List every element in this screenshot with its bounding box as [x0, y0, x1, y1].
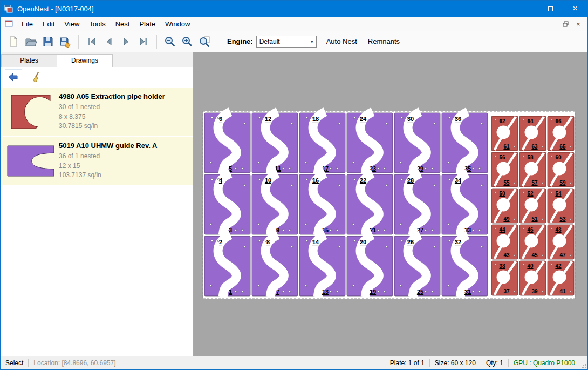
- purple-part-pair[interactable]: 2827: [394, 173, 440, 236]
- red-part-pair[interactable]: 4847: [548, 225, 574, 259]
- drawing-size: 8 x 8.375: [59, 112, 191, 122]
- purple-part-pair[interactable]: 3231: [442, 235, 488, 297]
- part-number: 36: [455, 116, 461, 122]
- purple-part-pair[interactable]: 3433: [442, 173, 488, 236]
- red-part-pair[interactable]: 5251: [519, 189, 546, 223]
- minimize-button[interactable]: [513, 1, 538, 17]
- drawing-title: 4980 A05 Extraction pipe holder: [59, 92, 191, 100]
- nest-canvas[interactable]: 6512111817242330293635431091615222128273…: [194, 52, 587, 356]
- zoom-out-button[interactable]: [161, 33, 179, 50]
- mdi-minimize-icon: [550, 26, 555, 26]
- tab-plates[interactable]: Plates: [1, 54, 57, 67]
- purple-part-pair[interactable]: 1413: [299, 235, 345, 297]
- plate-qty: Qty: 1: [481, 359, 508, 367]
- red-part-pair[interactable]: 5857: [519, 152, 546, 187]
- previous-plate-button[interactable]: [100, 33, 118, 50]
- red-part-pair[interactable]: 6261: [491, 116, 518, 151]
- part-number: 62: [499, 118, 505, 124]
- red-part-pair[interactable]: 3837: [491, 261, 518, 295]
- purple-part-pair[interactable]: 3029: [394, 112, 440, 174]
- save-icon: [42, 36, 54, 48]
- part-number: 37: [503, 288, 510, 294]
- purple-part-pair[interactable]: 43: [204, 173, 250, 236]
- menu-file[interactable]: File: [17, 18, 38, 30]
- document-icon[interactable]: [5, 20, 13, 28]
- tab-drawings[interactable]: Drawings: [57, 54, 113, 67]
- close-button[interactable]: ×: [563, 1, 587, 17]
- purple-part-pair[interactable]: 109: [252, 173, 298, 236]
- toolbar-separator: [156, 35, 157, 49]
- purple-part-pair[interactable]: 2625: [394, 235, 440, 297]
- new-button[interactable]: [5, 33, 22, 50]
- zoom-fit-button[interactable]: [196, 33, 213, 50]
- zoom-in-button[interactable]: [179, 33, 196, 50]
- purple-part-pair[interactable]: 2221: [347, 173, 393, 236]
- purple-part-pair[interactable]: 21: [204, 235, 250, 297]
- mdi-minimize-button[interactable]: [546, 18, 558, 29]
- menu-edit[interactable]: Edit: [38, 18, 59, 30]
- maximize-button[interactable]: [538, 1, 563, 17]
- first-arrow-icon: [86, 36, 97, 47]
- first-plate-button[interactable]: [83, 33, 100, 50]
- mdi-restore-button[interactable]: [559, 18, 571, 29]
- red-part-pair[interactable]: 4039: [519, 261, 546, 295]
- part-number: 13: [322, 288, 329, 295]
- part-number: 45: [531, 252, 538, 258]
- purple-part-pair[interactable]: 2019: [347, 235, 393, 297]
- auto-nest-button[interactable]: Auto Nest: [321, 34, 363, 49]
- part-number: 26: [407, 239, 414, 245]
- red-part-pair[interactable]: 5655: [491, 152, 518, 187]
- purple-part-pair[interactable]: 1211: [252, 112, 298, 174]
- drawing-thumbnail-purple-part: [3, 144, 59, 178]
- cursor-location: Location: [84.8696, 60.6957]: [29, 359, 120, 367]
- engine-select[interactable]: Default ▾: [256, 36, 317, 48]
- clear-drawings-button[interactable]: [28, 69, 45, 85]
- purple-part-pair[interactable]: 1615: [299, 173, 345, 236]
- purple-part-pair[interactable]: 65: [204, 112, 250, 174]
- open-button[interactable]: [22, 33, 39, 50]
- menu-window[interactable]: Window: [160, 18, 195, 30]
- part-number: 10: [265, 177, 271, 184]
- purple-part-pair[interactable]: 2423: [347, 112, 393, 174]
- part-number: 12: [265, 116, 271, 122]
- purple-part-pair[interactable]: 87: [252, 235, 298, 297]
- broom-icon: [30, 71, 42, 83]
- panel-tabs: Plates Drawings: [1, 52, 193, 67]
- menu-plate[interactable]: Plate: [134, 18, 160, 30]
- menu-view[interactable]: View: [59, 18, 84, 30]
- resize-grip[interactable]: [580, 356, 587, 369]
- red-part-pair[interactable]: 6463: [519, 116, 546, 151]
- purple-part-pair[interactable]: 3635: [442, 112, 488, 174]
- open-folder-icon: [25, 36, 37, 48]
- maximize-icon: [548, 6, 553, 11]
- next-plate-button[interactable]: [118, 33, 135, 50]
- mdi-close-button[interactable]: ×: [572, 18, 584, 29]
- save-button[interactable]: [39, 33, 57, 50]
- last-plate-button[interactable]: [135, 33, 152, 50]
- part-number: 50: [499, 191, 505, 197]
- part-number: 47: [559, 252, 566, 258]
- status-bar: Select Location: [84.8696, 60.6957] Plat…: [1, 356, 587, 369]
- red-part-pair[interactable]: 5049: [491, 189, 518, 223]
- part-number: 32: [455, 239, 461, 245]
- mode-indicator: Select: [1, 359, 28, 367]
- red-part-pair[interactable]: 4645: [519, 225, 546, 259]
- part-number: 53: [559, 216, 566, 222]
- import-drawing-button[interactable]: [5, 69, 22, 85]
- purple-part-pair[interactable]: 1817: [299, 112, 345, 174]
- zoom-fit-icon: [199, 36, 210, 48]
- menu-tools[interactable]: Tools: [84, 18, 110, 30]
- drawing-item-uhmw-guide[interactable]: 5019 A10 UHMW guide Rev. A 36 of 1 neste…: [1, 136, 193, 185]
- remnants-button[interactable]: Remnants: [363, 34, 405, 49]
- red-part-pair[interactable]: 6665: [548, 116, 574, 151]
- part-number: 49: [503, 216, 510, 222]
- save-as-button[interactable]: [57, 33, 74, 50]
- red-part-pair[interactable]: 4241: [548, 261, 574, 295]
- red-part-pair[interactable]: 6059: [548, 152, 574, 187]
- menu-nest[interactable]: Nest: [111, 18, 135, 30]
- red-part-pair[interactable]: 5453: [548, 189, 574, 223]
- nest-plate-view[interactable]: 6512111817242330293635431091615222128273…: [194, 52, 587, 356]
- part-number: 28: [407, 177, 414, 184]
- drawing-item-extraction-pipe-holder[interactable]: 4980 A05 Extraction pipe holder 30 of 1 …: [1, 88, 193, 136]
- red-part-pair[interactable]: 4443: [491, 225, 518, 259]
